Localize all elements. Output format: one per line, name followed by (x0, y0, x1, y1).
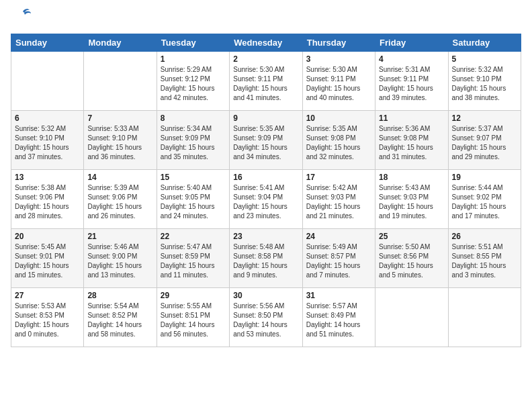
calendar-cell (11, 52, 84, 111)
day-number: 25 (379, 232, 444, 241)
day-content: Sunrise: 5:55 AM Sunset: 8:51 PM Dayligh… (161, 302, 226, 339)
day-content: Sunrise: 5:57 AM Sunset: 8:49 PM Dayligh… (306, 302, 371, 339)
day-content: Sunrise: 5:35 AM Sunset: 9:08 PM Dayligh… (306, 124, 371, 162)
calendar-cell: 13Sunrise: 5:38 AM Sunset: 9:06 PM Dayli… (11, 170, 84, 229)
day-content: Sunrise: 5:30 AM Sunset: 9:11 PM Dayligh… (233, 65, 298, 103)
calendar-cell: 1Sunrise: 5:29 AM Sunset: 9:12 PM Daylig… (157, 52, 229, 111)
calendar-cell: 30Sunrise: 5:56 AM Sunset: 8:50 PM Dayli… (230, 288, 302, 347)
day-number: 4 (379, 54, 444, 64)
calendar-cell: 10Sunrise: 5:35 AM Sunset: 9:08 PM Dayli… (302, 111, 375, 170)
day-number: 6 (15, 113, 80, 123)
calendar-cell: 23Sunrise: 5:48 AM Sunset: 8:58 PM Dayli… (230, 229, 302, 288)
week-row-5: 27Sunrise: 5:53 AM Sunset: 8:53 PM Dayli… (11, 288, 521, 347)
day-content: Sunrise: 5:47 AM Sunset: 8:59 PM Dayligh… (161, 242, 226, 280)
day-number: 11 (379, 113, 444, 123)
day-number: 23 (233, 232, 298, 241)
calendar-cell: 17Sunrise: 5:42 AM Sunset: 9:03 PM Dayli… (302, 170, 375, 229)
calendar-cell: 15Sunrise: 5:40 AM Sunset: 9:05 PM Dayli… (157, 170, 229, 229)
day-content: Sunrise: 5:45 AM Sunset: 9:01 PM Dayligh… (15, 242, 80, 280)
day-number: 30 (233, 291, 298, 300)
calendar-cell (84, 52, 157, 111)
day-number: 5 (452, 54, 517, 64)
calendar-body: 1Sunrise: 5:29 AM Sunset: 9:12 PM Daylig… (11, 52, 521, 347)
calendar-cell: 24Sunrise: 5:49 AM Sunset: 8:57 PM Dayli… (302, 229, 375, 288)
day-number: 1 (161, 54, 226, 64)
calendar-cell: 25Sunrise: 5:50 AM Sunset: 8:56 PM Dayli… (375, 229, 448, 288)
header-day-friday: Friday (375, 34, 448, 52)
day-number: 20 (15, 232, 80, 241)
day-number: 31 (306, 291, 371, 300)
day-number: 13 (15, 173, 80, 182)
calendar-cell: 26Sunrise: 5:51 AM Sunset: 8:55 PM Dayli… (448, 229, 521, 288)
day-number: 26 (452, 232, 517, 241)
calendar-cell: 12Sunrise: 5:37 AM Sunset: 9:07 PM Dayli… (448, 111, 521, 170)
day-content: Sunrise: 5:31 AM Sunset: 9:11 PM Dayligh… (379, 65, 444, 103)
calendar-cell: 5Sunrise: 5:32 AM Sunset: 9:10 PM Daylig… (448, 52, 521, 111)
calendar-cell: 19Sunrise: 5:44 AM Sunset: 9:02 PM Dayli… (448, 170, 521, 229)
day-content: Sunrise: 5:43 AM Sunset: 9:03 PM Dayligh… (379, 183, 444, 221)
day-content: Sunrise: 5:29 AM Sunset: 9:12 PM Dayligh… (161, 65, 226, 103)
calendar-cell: 31Sunrise: 5:57 AM Sunset: 8:49 PM Dayli… (302, 288, 375, 347)
calendar-cell: 21Sunrise: 5:46 AM Sunset: 9:00 PM Dayli… (84, 229, 157, 288)
day-number: 15 (161, 173, 226, 182)
day-number: 17 (306, 173, 371, 182)
day-number: 9 (233, 113, 298, 123)
day-content: Sunrise: 5:50 AM Sunset: 8:56 PM Dayligh… (379, 242, 444, 280)
calendar-cell: 16Sunrise: 5:41 AM Sunset: 9:04 PM Dayli… (230, 170, 302, 229)
day-number: 8 (161, 113, 226, 123)
day-number: 28 (87, 291, 152, 300)
day-number: 29 (161, 291, 226, 300)
week-row-3: 13Sunrise: 5:38 AM Sunset: 9:06 PM Dayli… (11, 170, 521, 229)
calendar-cell: 28Sunrise: 5:54 AM Sunset: 8:52 PM Dayli… (84, 288, 157, 347)
header-day-saturday: Saturday (448, 34, 521, 52)
day-content: Sunrise: 5:32 AM Sunset: 9:10 PM Dayligh… (452, 65, 517, 103)
day-content: Sunrise: 5:30 AM Sunset: 9:11 PM Dayligh… (306, 65, 371, 103)
header-day-wednesday: Wednesday (230, 34, 302, 52)
calendar-cell: 18Sunrise: 5:43 AM Sunset: 9:03 PM Dayli… (375, 170, 448, 229)
day-content: Sunrise: 5:41 AM Sunset: 9:04 PM Dayligh… (233, 183, 298, 221)
calendar-cell (375, 288, 448, 347)
day-content: Sunrise: 5:51 AM Sunset: 8:55 PM Dayligh… (452, 242, 517, 280)
day-number: 22 (161, 232, 226, 241)
day-content: Sunrise: 5:37 AM Sunset: 9:07 PM Dayligh… (452, 124, 517, 162)
day-number: 19 (452, 173, 517, 182)
header-day-sunday: Sunday (11, 34, 84, 52)
calendar-cell: 20Sunrise: 5:45 AM Sunset: 9:01 PM Dayli… (11, 229, 84, 288)
day-number: 12 (452, 113, 517, 123)
calendar-cell: 9Sunrise: 5:35 AM Sunset: 9:09 PM Daylig… (230, 111, 302, 170)
day-content: Sunrise: 5:35 AM Sunset: 9:09 PM Dayligh… (233, 124, 298, 162)
logo (11, 11, 32, 27)
day-number: 3 (306, 54, 371, 64)
calendar-header: SundayMondayTuesdayWednesdayThursdayFrid… (11, 34, 521, 52)
header-day-tuesday: Tuesday (157, 34, 229, 52)
day-content: Sunrise: 5:49 AM Sunset: 8:57 PM Dayligh… (306, 242, 371, 280)
calendar-cell: 2Sunrise: 5:30 AM Sunset: 9:11 PM Daylig… (230, 52, 302, 111)
header-row: SundayMondayTuesdayWednesdayThursdayFrid… (11, 34, 521, 52)
day-content: Sunrise: 5:40 AM Sunset: 9:05 PM Dayligh… (161, 183, 226, 221)
calendar-cell: 7Sunrise: 5:33 AM Sunset: 9:10 PM Daylig… (84, 111, 157, 170)
day-number: 18 (379, 173, 444, 182)
day-number: 24 (306, 232, 371, 241)
calendar-table: SundayMondayTuesdayWednesdayThursdayFrid… (11, 34, 521, 347)
day-number: 10 (306, 113, 371, 123)
logo-bird-icon (13, 6, 32, 25)
calendar-cell: 8Sunrise: 5:34 AM Sunset: 9:09 PM Daylig… (157, 111, 229, 170)
calendar-cell: 29Sunrise: 5:55 AM Sunset: 8:51 PM Dayli… (157, 288, 229, 347)
day-content: Sunrise: 5:48 AM Sunset: 8:58 PM Dayligh… (233, 242, 298, 280)
day-content: Sunrise: 5:38 AM Sunset: 9:06 PM Dayligh… (15, 183, 80, 221)
calendar-cell: 14Sunrise: 5:39 AM Sunset: 9:06 PM Dayli… (84, 170, 157, 229)
day-content: Sunrise: 5:33 AM Sunset: 9:10 PM Dayligh… (87, 124, 152, 162)
day-content: Sunrise: 5:56 AM Sunset: 8:50 PM Dayligh… (233, 302, 298, 339)
day-content: Sunrise: 5:36 AM Sunset: 9:08 PM Dayligh… (379, 124, 444, 162)
week-row-1: 1Sunrise: 5:29 AM Sunset: 9:12 PM Daylig… (11, 52, 521, 111)
day-content: Sunrise: 5:54 AM Sunset: 8:52 PM Dayligh… (87, 302, 152, 339)
calendar-cell: 22Sunrise: 5:47 AM Sunset: 8:59 PM Dayli… (157, 229, 229, 288)
calendar-cell (448, 288, 521, 347)
calendar-cell: 6Sunrise: 5:32 AM Sunset: 9:10 PM Daylig… (11, 111, 84, 170)
day-content: Sunrise: 5:32 AM Sunset: 9:10 PM Dayligh… (15, 124, 80, 162)
header-day-thursday: Thursday (302, 34, 375, 52)
day-number: 7 (87, 113, 152, 123)
day-content: Sunrise: 5:44 AM Sunset: 9:02 PM Dayligh… (452, 183, 517, 221)
header-day-monday: Monday (84, 34, 157, 52)
day-content: Sunrise: 5:42 AM Sunset: 9:03 PM Dayligh… (306, 183, 371, 221)
